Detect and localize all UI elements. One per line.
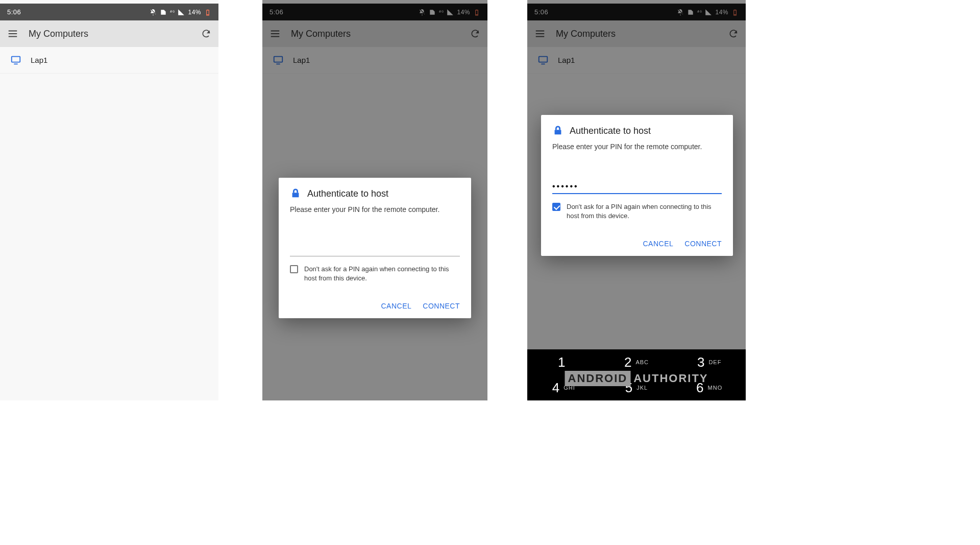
status-time: 5:06 xyxy=(7,8,21,16)
empty-content xyxy=(0,74,218,400)
connect-button[interactable]: CONNECT xyxy=(423,302,460,310)
remember-checkbox-row[interactable]: Don't ask for a PIN again when connectin… xyxy=(290,265,460,282)
svg-rect-10 xyxy=(555,130,561,134)
svg-rect-1 xyxy=(207,14,209,15)
host-name: Lap1 xyxy=(31,56,47,64)
app-bar: My Computers xyxy=(0,20,218,47)
watermark: ANDROID AUTHORITY xyxy=(565,371,708,386)
dialog-message: Please enter your PIN for the remote com… xyxy=(552,143,722,151)
watermark-left: ANDROID xyxy=(565,371,631,386)
signal-icon xyxy=(178,9,185,16)
menu-icon[interactable] xyxy=(7,28,18,39)
auth-dialog: Authenticate to host Please enter your P… xyxy=(279,178,471,318)
svg-rect-2 xyxy=(12,56,20,62)
sim-icon xyxy=(160,9,167,16)
monitor-icon xyxy=(10,55,21,66)
lock-icon xyxy=(290,188,301,199)
phone-screen-3: 5:06 ⁴ᴳ 14% My Computers Lap1 Authentica… xyxy=(527,0,746,400)
remember-checkbox-label: Don't ask for a PIN again when connectin… xyxy=(567,202,722,220)
pin-input[interactable] xyxy=(552,179,722,194)
number-keyboard: 1 2ABC 3DEF 4GHI 5JKL 6MNO ANDROID AUTHO… xyxy=(527,349,746,400)
battery-percent: 14% xyxy=(188,9,201,16)
lock-icon xyxy=(552,125,564,136)
phone-screen-2: 5:06 ⁴ᴳ 14% My Computers Lap1 Authentica… xyxy=(262,0,487,400)
refresh-icon[interactable] xyxy=(201,29,211,39)
status-icons-right: ⁴ᴳ 14% xyxy=(150,9,211,16)
dialog-title: Authenticate to host xyxy=(570,126,651,136)
remember-checkbox-row[interactable]: Don't ask for a PIN again when connectin… xyxy=(552,202,722,220)
spacer xyxy=(218,0,262,545)
network-label: ⁴ᴳ xyxy=(170,10,175,15)
connect-button[interactable]: CONNECT xyxy=(684,240,722,248)
host-row[interactable]: Lap1 xyxy=(0,47,218,74)
battery-icon xyxy=(204,9,211,16)
watermark-right: AUTHORITY xyxy=(633,372,708,385)
svg-rect-6 xyxy=(292,193,299,197)
bell-off-icon xyxy=(150,9,157,16)
remember-checkbox-label: Don't ask for a PIN again when connectin… xyxy=(304,265,460,282)
pin-input[interactable] xyxy=(290,242,460,256)
spacer xyxy=(487,0,527,545)
dialog-message: Please enter your PIN for the remote com… xyxy=(290,205,460,214)
dialog-title: Authenticate to host xyxy=(307,188,388,199)
svg-rect-0 xyxy=(207,9,208,10)
status-bar: 5:06 ⁴ᴳ 14% xyxy=(0,4,218,20)
checkbox-unchecked-icon[interactable] xyxy=(290,265,298,273)
app-bar-title: My Computers xyxy=(29,29,191,39)
cancel-button[interactable]: CANCEL xyxy=(643,240,673,248)
auth-dialog: Authenticate to host Please enter your P… xyxy=(541,115,733,256)
cancel-button[interactable]: CANCEL xyxy=(381,302,411,310)
checkbox-checked-icon[interactable] xyxy=(552,203,560,211)
phone-screen-1: 5:06 ⁴ᴳ 14% My Computers Lap1 xyxy=(0,0,218,400)
